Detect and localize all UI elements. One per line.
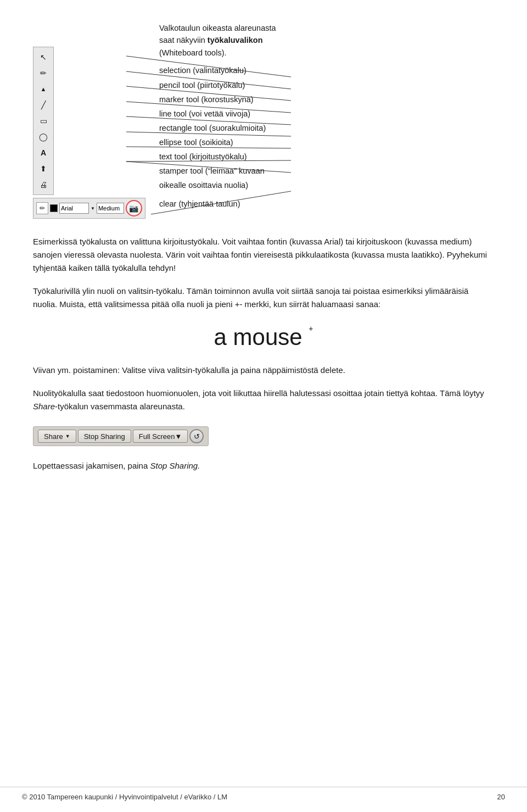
footer-copyright: © 2010 Tampereen kaupunki / Hyvinvointip… [22, 793, 227, 801]
paragraph-2-text: Työkalurivillä ylin nuoli on valitsin-ty… [33, 285, 494, 311]
toolbar-icons-wrapper: ↖ ✏ ▲ ╱ ▭ ◯ A ⬆ 🖨 ✏ ▼ 📷 [33, 47, 145, 219]
toolbar-diagram: ↖ ✏ ▲ ╱ ▭ ◯ A ⬆ 🖨 ✏ ▼ 📷 [33, 16, 143, 219]
pencil-mini-icon[interactable]: ✏ [36, 202, 48, 214]
bottom-toolbar-row: ✏ ▼ 📷 [33, 198, 145, 219]
whiteboard-tools-title: Valkotaulun oikeasta alareunasta saat nä… [159, 22, 494, 59]
tool-line: line tool (voi vetää viivoja) [159, 107, 494, 121]
color-swatch[interactable] [50, 204, 58, 212]
paragraph-1-text: Esimerkissä työkalusta on valittuna kirj… [33, 235, 494, 275]
p4-line1: Nuolityökalulla saat tiedostoon huomionu… [33, 388, 484, 398]
font-select-field[interactable] [59, 203, 89, 214]
tool-clear: clear (tyhjentää taulun) [159, 197, 494, 211]
demo-word-display: a mouse + [33, 324, 494, 351]
tool-text: text tool (kirjoitustyökalu) [159, 149, 494, 164]
selection-tool-icon[interactable]: ↖ [36, 49, 51, 65]
tool-pencil: pencil tool (piirtotyökalu) [159, 78, 494, 92]
paragraph-4: Nuolityökalulla saat tiedostoon huomionu… [33, 387, 494, 413]
share-dropdown-arrow[interactable]: ▼ [65, 433, 70, 439]
stamper-tool-icon[interactable]: ⬆ [36, 161, 51, 176]
tool-stamper-line2: oikealle osoittavia nuolia) [159, 178, 494, 192]
font-dropdown-arrow[interactable]: ▼ [91, 206, 95, 211]
title-line2-prefix: saat näkyviin [159, 36, 208, 45]
text-tool-icon[interactable]: A [36, 145, 51, 160]
full-screen-dropdown-arrow[interactable]: ▼ [175, 432, 182, 441]
title-line3: (Whiteboard tools). [159, 48, 227, 57]
tool-stamper-line1: stamper tool (“leimaa” kuvaan [159, 164, 494, 178]
rectangle-tool-icon[interactable]: ▭ [36, 113, 51, 129]
paragraph-4-text: Nuolityökalulla saat tiedostoon huomionu… [33, 387, 494, 413]
size-select-field[interactable] [97, 203, 124, 214]
annotation-text-block: Valkotaulun oikeasta alareunasta saat nä… [143, 16, 494, 219]
full-screen-label: Full Screen [139, 432, 175, 441]
p2-line1: Työkalurivillä ylin nuoli on valitsin-ty… [33, 286, 187, 296]
ellipse-tool-icon[interactable]: ◯ [36, 129, 51, 144]
title-bold: työkaluvalikon [208, 36, 263, 45]
paragraph-5: Lopettaessasi jakamisen, paina Stop Shar… [33, 459, 494, 472]
stop-sharing-label: Stop Sharing [84, 432, 125, 441]
recycle-icon: ↺ [194, 432, 200, 441]
share-button-label: Share [44, 432, 63, 441]
tool-selection: selection (valintatyökalu) [159, 63, 494, 77]
recycle-button[interactable]: ↺ [189, 429, 204, 443]
paragraph-3: Viivan ym. poistaminen: Valitse viiva va… [33, 364, 494, 377]
paragraph-5-text: Lopettaessasi jakamisen, paina Stop Shar… [33, 459, 494, 472]
line-tool-icon[interactable]: ╱ [36, 97, 51, 113]
tool-ellipse: ellipse tool (soikioita) [159, 135, 494, 149]
paragraph-2: Työkalurivillä ylin nuoli on valitsin-ty… [33, 285, 494, 311]
paragraph-3-text: Viivan ym. poistaminen: Valitse viiva va… [33, 364, 494, 377]
share-button[interactable]: Share ▼ [38, 430, 76, 443]
clear-button[interactable]: 📷 [126, 200, 142, 216]
stop-sharing-button[interactable]: Stop Sharing [78, 430, 131, 443]
p5-line1: Lopettaessasi jakamisen, paina [33, 461, 150, 470]
whiteboard-toolbar: ↖ ✏ ▲ ╱ ▭ ◯ A ⬆ 🖨 [33, 47, 54, 195]
paragraph-1: Esimerkissä työkalusta on valittuna kirj… [33, 235, 494, 275]
tool-rectangle: rectangle tool (suorakulmioita) [159, 121, 494, 135]
full-screen-button[interactable]: Full Screen ▼ [133, 430, 188, 443]
footer-page-number: 20 [497, 793, 505, 801]
tools-list: selection (valintatyökalu) pencil tool (… [159, 63, 494, 211]
title-prefix: Valkotaulun oikeasta alareunasta [159, 24, 276, 32]
page-footer: © 2010 Tampereen kaupunki / Hyvinvointip… [0, 787, 527, 801]
top-diagram-section: ↖ ✏ ▲ ╱ ▭ ◯ A ⬆ 🖨 ✏ ▼ 📷 [33, 16, 494, 219]
cursor-plus-icon: + [309, 324, 313, 333]
tool-marker: marker tool (korostuskynä) [159, 92, 494, 107]
p4-line2: -työkalun vasemmasta alareunasta. [55, 402, 185, 411]
demo-word-text: a mouse [214, 324, 302, 350]
p5-italic: Stop Sharing. [150, 461, 200, 470]
print-tool-icon[interactable]: 🖨 [36, 177, 51, 192]
page-content: ↖ ✏ ▲ ╱ ▭ ◯ A ⬆ 🖨 ✏ ▼ 📷 [0, 0, 527, 526]
p4-italic: Share [33, 402, 55, 411]
pencil-tool-icon[interactable]: ✏ [36, 65, 51, 81]
marker-tool-icon[interactable]: ▲ [36, 81, 51, 97]
share-toolbar-mockup: Share ▼ Stop Sharing Full Screen ▼ ↺ [33, 426, 209, 446]
